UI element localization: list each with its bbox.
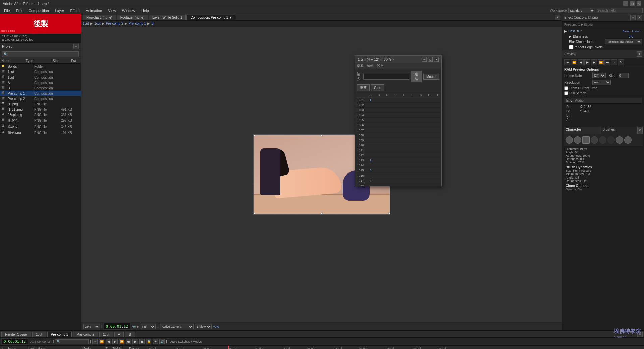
project-item-Solids[interactable]: 📁 Solids Folder — [0, 64, 81, 69]
restore-button[interactable]: ◻ — [630, 1, 635, 6]
info-title[interactable]: Info — [566, 99, 572, 102]
tab-1cut2[interactable]: 1cut — [99, 332, 113, 337]
tl-btn-9[interactable]: 🔒 — [146, 339, 151, 344]
script-row-009[interactable]: 009 — [356, 138, 441, 143]
menu-effect[interactable]: Effect — [67, 8, 82, 13]
menu-composition[interactable]: Composition — [26, 8, 52, 13]
prev-fwd-frame[interactable]: ▶ — [591, 59, 597, 65]
dialog-maximize[interactable]: ◻ — [428, 57, 433, 62]
goto-btn[interactable]: Goto — [371, 84, 384, 91]
script-row-015[interactable]: 0153 — [356, 168, 441, 173]
close-button[interactable]: ✕ — [637, 1, 641, 6]
script-row-007[interactable]: 007 — [356, 128, 441, 133]
effect-about[interactable]: About... — [632, 30, 642, 33]
project-item-Pre-comp 2[interactable]: 🎬 Pre-comp 2 Composition — [0, 96, 81, 101]
script-input[interactable] — [363, 74, 409, 80]
project-item-Pre-comp 1[interactable]: 🎬 Pre-comp 1 Composition — [0, 91, 81, 96]
project-item-1cut[interactable]: 🎬 1cut Composition — [0, 69, 81, 74]
blur-dim-select[interactable]: Horizontal and Vertica — [605, 39, 642, 44]
project-item-B[interactable]: 🎬 B Composition — [0, 85, 81, 91]
menu-edit[interactable]: Edit — [13, 8, 25, 13]
tl-btn-4[interactable]: ▶ — [112, 339, 118, 344]
preview-menu[interactable]: ≡ — [637, 51, 642, 57]
view-mode-select[interactable]: 1 View — [195, 324, 212, 329]
project-item-[1].png[interactable]: 🖼 [1].png PNG file — [0, 101, 81, 107]
project-item-帽子.png[interactable]: 🖼 帽子.png PNG file 191 KB — [0, 130, 81, 136]
close-comp-btn[interactable]: ✕ — [555, 15, 560, 20]
minimize-button[interactable]: ─ — [623, 1, 628, 6]
script-row-011[interactable]: 011 — [356, 148, 441, 153]
project-item-絵.png[interactable]: 🖼 絵.png PNG file 346 KB — [0, 123, 81, 130]
tab-1cut[interactable]: 1cut — [32, 332, 46, 337]
mouse-btn[interactable]: Mouse — [423, 74, 439, 80]
effect-controls-close[interactable]: ✕ — [637, 15, 642, 20]
brush-tip-7[interactable] — [616, 136, 623, 144]
breadcrumb-item[interactable]: Pre-comp 1 — [129, 22, 146, 26]
script-row-001[interactable]: 0011 — [356, 98, 441, 103]
tab-precomp1[interactable]: Pre-comp 1 — [47, 332, 72, 337]
prev-first[interactable]: ⏮ — [564, 59, 570, 65]
script-row-002[interactable]: 002 — [356, 103, 441, 108]
tl-btn-8[interactable]: ⏹ — [139, 339, 145, 344]
script-row-005[interactable]: 005 — [356, 118, 441, 123]
search-help-input[interactable] — [596, 8, 643, 13]
project-item-[1-31].png[interactable]: 🖼 [1-31].png PNG file 491 KB — [0, 107, 81, 112]
tab-B[interactable]: B — [125, 332, 135, 337]
script-row-010[interactable]: 010 — [356, 143, 441, 148]
tab-render-queue[interactable]: Render Queue — [1, 332, 31, 337]
effect-reset[interactable]: Reset — [622, 30, 630, 33]
script-row-017[interactable]: 0174 — [356, 178, 441, 183]
brush-tip-5[interactable] — [599, 136, 606, 144]
brush-tip-6[interactable] — [607, 136, 615, 144]
breadcrumb-item[interactable]: 1cut — [94, 22, 101, 26]
prev-back-frame[interactable]: ◀ — [578, 59, 584, 65]
tab-A[interactable]: A — [114, 332, 124, 337]
timeline-time[interactable]: 0:00:01:12 — [1, 338, 28, 345]
script-row-016[interactable]: 016 — [356, 173, 441, 178]
script-row-004[interactable]: 004 — [356, 113, 441, 118]
tl-btn-1[interactable]: ⏮ — [92, 339, 98, 344]
from-current-check[interactable] — [564, 86, 568, 90]
dialog-menu-edit[interactable]: 編輯 — [367, 64, 374, 68]
full-screen-check[interactable] — [564, 91, 568, 95]
tl-btn-7[interactable]: ▶ — [132, 339, 138, 344]
prev-loop[interactable]: ↻ — [618, 59, 624, 65]
menu-window[interactable]: Window — [119, 8, 138, 13]
breadcrumb-item[interactable]: 1cut — [83, 22, 89, 26]
brush-tip-8[interactable] — [624, 136, 632, 144]
project-search-input[interactable] — [2, 51, 79, 57]
project-item-A[interactable]: 🎬 A Composition — [0, 80, 81, 85]
menu-file[interactable]: File — [1, 8, 13, 13]
prev-play[interactable]: ▶ — [584, 59, 590, 65]
project-item-床.png[interactable]: 🖼 床.png PNG file 297 KB — [0, 117, 81, 123]
prev-fwd[interactable]: ⏩ — [598, 59, 604, 65]
blurriness-value[interactable]: 0.0 — [629, 35, 642, 38]
tab-flowchart[interactable]: Flowchart: (none) — [83, 15, 116, 20]
brushes-tab[interactable]: Brushes — [601, 127, 638, 134]
tab-composition[interactable]: Composition: Pre-comp 1 ▼ — [186, 15, 236, 20]
prev-audio[interactable]: ♪ — [611, 59, 617, 65]
brush-tip-1[interactable] — [566, 136, 573, 144]
dialog-menu-settings[interactable]: 設定 — [377, 64, 384, 68]
brush-tip-2[interactable] — [574, 136, 581, 144]
script-row-013[interactable]: 0132 — [356, 158, 441, 163]
tab-precomp2[interactable]: Pre-comp 2 — [73, 332, 98, 337]
prev-back[interactable]: ⏪ — [571, 59, 577, 65]
tl-btn-10[interactable]: 👁 — [153, 339, 158, 344]
dialog-menu-file[interactable]: 檔案 — [357, 64, 364, 68]
menu-layer[interactable]: Layer — [52, 8, 67, 13]
script-row-003[interactable]: 003 — [356, 108, 441, 113]
tl-btn-5[interactable]: ⏩ — [119, 339, 124, 344]
tab-layer[interactable]: Layer: White Solid 1 — [149, 15, 186, 20]
repeat-edge-check[interactable] — [569, 45, 573, 49]
resolution-select[interactable]: AutoFullHalf — [592, 80, 611, 85]
effect-controls-menu[interactable]: ≡ — [630, 15, 636, 20]
script-row-014[interactable]: 014 — [356, 163, 441, 168]
tl-btn-2[interactable]: ⏪ — [99, 339, 104, 344]
brush-tip-4[interactable] — [591, 136, 598, 144]
quality-select[interactable]: FullHalfQuarter — [141, 324, 156, 329]
char-panel-close[interactable]: ✕ — [637, 127, 643, 134]
info-audio-tab[interactable]: Audio — [575, 99, 584, 102]
breadcrumb-item[interactable]: Pre-comp 2 — [106, 22, 123, 26]
character-tab[interactable]: Character — [564, 127, 601, 134]
